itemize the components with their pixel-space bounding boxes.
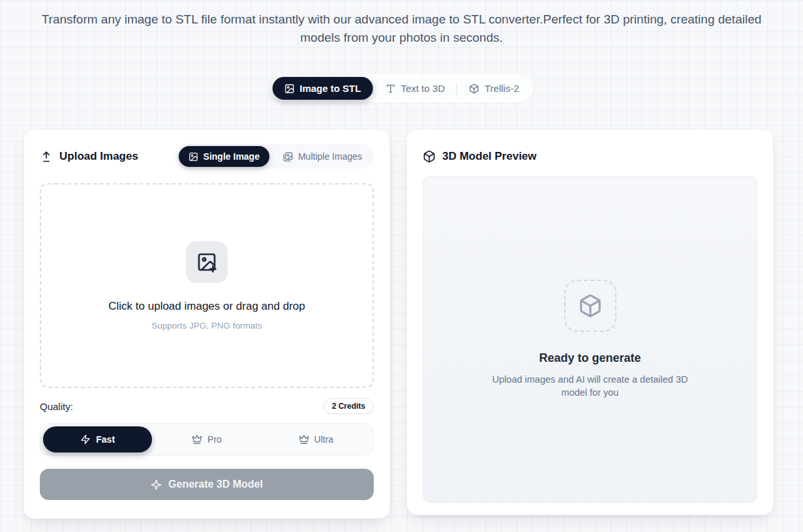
quality-row: Quality: 2 Credits — [40, 398, 374, 414]
sparkle-icon — [151, 479, 162, 490]
type-icon — [385, 83, 395, 94]
tab-label: Text to 3D — [401, 83, 445, 94]
image-icon — [189, 152, 198, 162]
dropzone-title: Click to upload images or drag and drop — [108, 300, 305, 313]
quality-selector: Fast Pro Ultra — [40, 423, 374, 456]
dropzone-icon-box — [186, 241, 228, 283]
image-mode-toggle: Single Image Multiple Images — [177, 144, 374, 169]
single-image-label: Single Image — [204, 151, 260, 162]
upload-title-wrap: Upload Images — [40, 150, 138, 163]
tab-text-to-3d[interactable]: Text to 3D — [373, 77, 457, 100]
image-plus-icon — [196, 252, 217, 273]
box-icon — [423, 150, 436, 163]
preview-title-wrap: 3D Model Preview — [423, 150, 537, 163]
quality-option-pro[interactable]: Pro — [152, 426, 261, 452]
zap-icon — [80, 434, 91, 445]
tab-trellis-2[interactable]: Trellis-2 — [457, 77, 531, 100]
generate-3d-model-button[interactable]: Generate 3D Model — [40, 469, 374, 500]
generate-button-label: Generate 3D Model — [168, 479, 263, 490]
page-background-grid: Transform any image to STL file format i… — [0, 0, 803, 532]
credits-badge: 2 Credits — [324, 398, 374, 414]
quality-option-label: Fast — [96, 434, 115, 445]
preview-empty-subtitle: Upload images and AI will create a detai… — [483, 373, 698, 399]
quality-option-fast[interactable]: Fast — [43, 426, 152, 452]
images-icon — [283, 152, 293, 162]
upload-dropzone[interactable]: Click to upload images or drag and drop … — [40, 183, 374, 388]
preview-card: 3D Model Preview Ready to generate Uploa… — [406, 129, 774, 515]
quality-label: Quality: — [40, 401, 73, 412]
box-icon — [469, 83, 479, 94]
preview-empty-title: Ready to generate — [539, 351, 641, 365]
quality-option-label: Pro — [207, 434, 222, 445]
dropzone-subtitle: Supports JPG, PNG formats — [151, 321, 262, 331]
quality-option-ultra[interactable]: Ultra — [262, 426, 371, 452]
upload-card-header: Upload Images Single Image Multiple Imag… — [40, 145, 374, 168]
quality-option-label: Ultra — [314, 434, 334, 445]
multiple-images-button[interactable]: Multiple Images — [273, 146, 372, 167]
crown-icon — [299, 434, 309, 445]
image-icon — [284, 83, 294, 94]
tab-label: Trellis-2 — [485, 83, 519, 94]
model-preview-panel: Ready to generate Upload images and AI w… — [423, 176, 757, 503]
hero-description: Transform any image to STL file format i… — [40, 10, 764, 47]
tab-image-to-stl[interactable]: Image to STL — [272, 77, 372, 100]
preview-card-title: 3D Model Preview — [442, 150, 537, 163]
box-icon — [578, 293, 603, 318]
upload-icon — [40, 150, 53, 163]
converter-tabbar: Image to STL Text to 3D Trellis-2 — [269, 74, 534, 102]
preview-empty-icon-box — [564, 280, 616, 332]
upload-card: Upload Images Single Image Multiple Imag… — [23, 129, 390, 519]
single-image-button[interactable]: Single Image — [179, 146, 269, 167]
crown-icon — [192, 434, 202, 445]
upload-card-title: Upload Images — [59, 150, 138, 163]
tab-label: Image to STL — [299, 83, 361, 94]
preview-card-header: 3D Model Preview — [423, 145, 757, 168]
multiple-images-label: Multiple Images — [298, 151, 362, 162]
